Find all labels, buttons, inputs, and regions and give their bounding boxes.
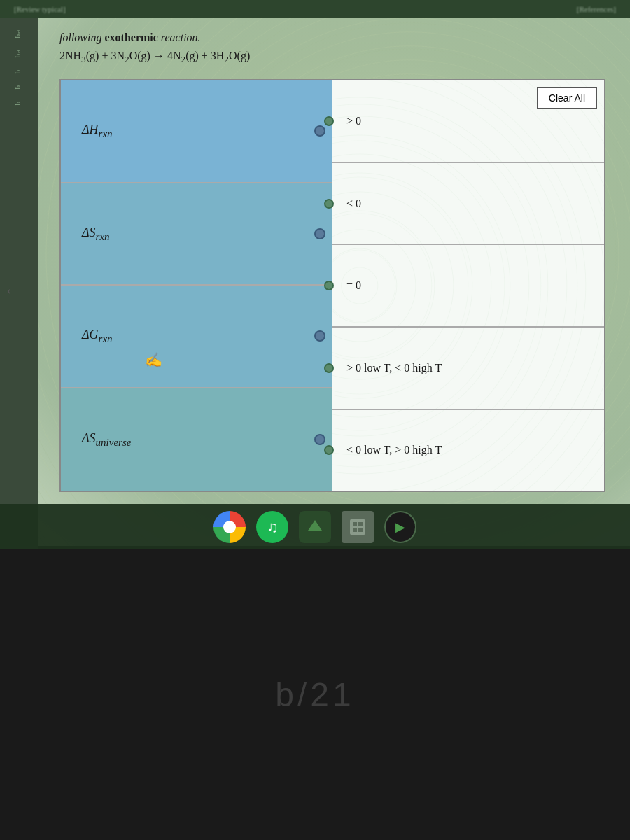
left-column: ΔHrxn ΔSrxn ΔGrxn bbox=[61, 80, 332, 491]
drop-label-3: = 0 bbox=[346, 279, 361, 292]
delta-s-label: ΔSrxn bbox=[82, 225, 110, 243]
drop-zone-5[interactable]: < 0 low T, > 0 high T bbox=[332, 410, 604, 491]
right-column: > 0 < 0 = 0 > 0 low T, < 0 high T < 0 lo bbox=[332, 80, 604, 491]
svg-rect-1 bbox=[350, 519, 365, 535]
sidebar-label-5: q bbox=[15, 102, 24, 106]
spotify-icon[interactable]: ♫ bbox=[256, 511, 288, 543]
files-icon[interactable] bbox=[299, 511, 331, 543]
sidebar-label-4: q bbox=[15, 85, 24, 90]
svg-rect-5 bbox=[358, 528, 363, 532]
clear-all-button[interactable]: Clear All bbox=[537, 88, 597, 108]
sidebar-label-1: eq bbox=[15, 30, 24, 38]
drop-label-2: < 0 bbox=[346, 197, 361, 210]
top-bar: [Review typical] [References] bbox=[0, 0, 630, 18]
drop-label-1: > 0 bbox=[346, 115, 361, 127]
cursor-hand: ✍ bbox=[145, 351, 162, 368]
drag-handle-2[interactable] bbox=[314, 228, 326, 239]
sidebar-label-3: q bbox=[15, 70, 24, 75]
svg-rect-3 bbox=[358, 522, 363, 526]
drop-label-4: > 0 low T, < 0 high T bbox=[346, 362, 442, 374]
drop-dot-4 bbox=[324, 363, 334, 373]
left-row-1: ΔHrxn bbox=[61, 80, 332, 183]
svg-marker-0 bbox=[308, 520, 322, 531]
sidebar-label-2: eq bbox=[15, 50, 24, 58]
drop-dot-5 bbox=[324, 445, 334, 455]
drop-dot-1 bbox=[324, 116, 334, 126]
top-bar-right: [References] bbox=[577, 5, 616, 13]
app-icon[interactable] bbox=[342, 511, 374, 543]
left-row-2: ΔSrxn bbox=[61, 183, 332, 286]
drop-label-5: < 0 low T, > 0 high T bbox=[346, 444, 442, 456]
drag-handle-1[interactable] bbox=[314, 125, 326, 136]
delta-h-label: ΔHrxn bbox=[82, 122, 113, 140]
delta-g-label: ΔGrxn bbox=[82, 328, 113, 345]
drag-handle-4[interactable] bbox=[314, 434, 326, 445]
drop-dot-3 bbox=[324, 281, 334, 290]
drag-handle-3[interactable] bbox=[314, 330, 326, 342]
main-panel: Clear All ΔHrxn ΔSrxn bbox=[59, 79, 606, 492]
watermark: b/21 bbox=[275, 676, 354, 714]
intro-text: following exothermic reaction. bbox=[59, 31, 609, 44]
taskbar: ♫ ▶ bbox=[0, 504, 630, 550]
top-bar-left: [Review typical] bbox=[14, 5, 66, 13]
svg-rect-2 bbox=[353, 522, 357, 526]
left-row-3: ΔGrxn bbox=[61, 286, 332, 388]
left-sidebar: eq eq q q q ‹ bbox=[0, 18, 38, 564]
bottom-area: b/21 bbox=[0, 550, 630, 840]
screen-area: eq eq q q q ‹ following exothermic react… bbox=[0, 18, 630, 546]
bold-exothermic: exothermic bbox=[104, 31, 158, 43]
play-icon[interactable]: ▶ bbox=[384, 511, 416, 543]
chrome-icon[interactable] bbox=[214, 511, 246, 543]
back-arrow[interactable]: ‹ bbox=[7, 284, 11, 298]
drop-dot-2 bbox=[324, 199, 334, 209]
left-row-4: ΔSuniverse bbox=[61, 388, 332, 491]
delta-s-universe-label: ΔSuniverse bbox=[82, 431, 131, 449]
equation: 2NH3(g) + 3N2O(g) → 4N2(g) + 3H2O(g) bbox=[59, 50, 609, 65]
drop-zone-4[interactable]: > 0 low T, < 0 high T bbox=[332, 328, 604, 410]
drop-zone-3[interactable]: = 0 bbox=[332, 245, 604, 328]
drop-zone-2[interactable]: < 0 bbox=[332, 163, 604, 246]
content-area: following exothermic reaction. 2NH3(g) +… bbox=[38, 18, 630, 564]
svg-rect-4 bbox=[353, 528, 357, 532]
